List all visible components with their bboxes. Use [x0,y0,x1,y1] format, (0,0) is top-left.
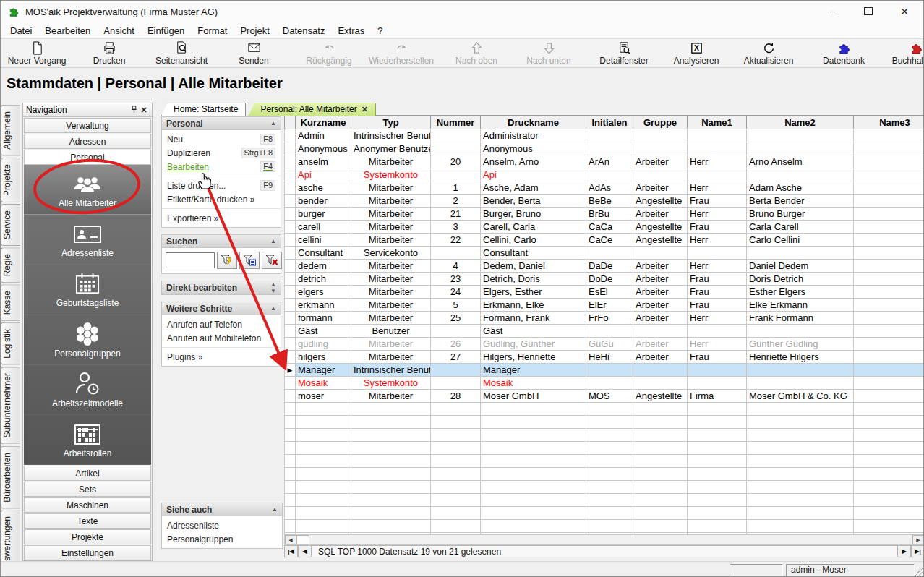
menu-item-format[interactable]: Format [191,24,234,38]
table-row[interactable]: güdlingMitarbeiter26Güdling, GüntherGüGü… [285,338,924,351]
scrollbar-thumb[interactable] [296,535,309,544]
column-header-nummer[interactable]: Nummer [431,116,481,129]
record-prev-button[interactable]: ◀ [298,545,312,557]
nav-button-texte[interactable]: Texte [24,513,151,529]
table-row[interactable]: burgerMitarbeiter21Burger, BrunoBrBuArbe… [285,208,924,221]
link-adressenliste[interactable]: Adressenliste [162,518,282,532]
table-row[interactable]: elgersMitarbeiter24Elgers, EstherEsElArb… [285,286,924,299]
close-panel-icon[interactable]: ✕ [139,106,149,115]
table-row[interactable]: dedemMitarbeiter4Dedem, DanielDaDeArbeit… [285,260,924,273]
table-row[interactable]: moserMitarbeiter28Moser GmbHMOSAngestell… [285,390,924,403]
filter-flash-icon[interactable] [217,252,237,269]
nav-button-artikel[interactable]: Artikel [24,466,151,481]
tab-personal-alle-mitarbeiter[interactable]: Personal: Alle Mitarbeiter ✕ [248,103,376,116]
column-header-name2[interactable]: Name2 [747,116,854,129]
table-row[interactable]: anselmMitarbeiter20Anselm, ArnoArAnArbei… [285,155,924,168]
table-row[interactable]: ConsultantServicekontoConsultant [285,247,924,260]
record-last-button[interactable]: ▶| [911,545,924,557]
column-header-initialen[interactable]: Initialen [586,116,633,129]
nav-item-arbeitsrollen[interactable]: Arbeitsrollen [24,415,151,465]
table-row[interactable]: celliniMitarbeiter22Cellini, CarloCaCeAn… [285,234,924,247]
search-input[interactable] [166,252,215,268]
menu-item-ansicht[interactable]: Ansicht [97,24,141,38]
table-row[interactable]: detrichMitarbeiter23Detrich, DorisDoDeAr… [285,273,924,286]
section-direkt-header[interactable]: Direkt bearbeiten ▲▼ [162,281,281,294]
toolbar-buchhaltung[interactable]: Buchhaltung [880,39,924,67]
nav-button-maschinen[interactable]: Maschinen [24,497,151,513]
module-tab-service[interactable]: Service [1,204,20,246]
toolbar-neuer-vorgang[interactable]: Neuer Vorgang [1,39,73,67]
column-header-druckname[interactable]: Druckname [481,116,586,129]
filter-list-icon[interactable] [239,252,260,269]
action-plugins[interactable]: Plugins » [162,350,281,364]
nav-button-personal[interactable]: Personal [24,150,151,165]
menu-item-projekt[interactable]: Projekt [234,24,275,38]
action-etikett-karte-drucken[interactable]: Etikett/Karte drucken » [162,192,281,206]
action-exportieren[interactable]: Exportieren » [162,211,281,225]
table-row[interactable]: carellMitarbeiter3Carell, CarlaCaCaAnges… [285,221,924,234]
section-suchen-header[interactable]: Suchen▲ [162,235,281,248]
section-weitere-header[interactable]: Weitere Schritte▲ [162,302,281,315]
toolbar-detailfenster[interactable]: Detailfenster [588,39,660,67]
table-row[interactable]: GastBenutzerGast [285,325,924,338]
scroll-right-icon[interactable]: ▶ [912,535,924,544]
section-siehe-header[interactable]: Siehe auch▲ [162,503,282,516]
table-row[interactable]: ApiSystemkontoApi [285,168,924,181]
link-personalgruppen[interactable]: Personalgruppen [162,532,282,546]
filter-clear-icon[interactable] [262,252,282,269]
toolbar-analysieren[interactable]: XAnalysieren [660,39,732,67]
column-header-gruppe[interactable]: Gruppe [633,116,688,129]
nav-item-personalgruppen[interactable]: Personalgruppen [24,315,151,365]
module-tab-subunternehmer[interactable]: Subunternehmer [1,367,20,444]
record-next-button[interactable]: ▶ [897,545,911,557]
module-tab-logistik[interactable]: Logistik [1,322,20,365]
nav-item-adressenliste[interactable]: Adressenliste [24,215,151,265]
horizontal-scrollbar[interactable]: ◀ ▶ [284,534,924,545]
table-row[interactable]: formannMitarbeiter25Formann, FrankFrFoAr… [285,312,924,325]
resize-grip[interactable] [912,568,923,577]
menu-item-hilfe[interactable]: ? [371,24,389,38]
nav-item-arbeitszeitmodelle[interactable]: Arbeitszeitmodelle [24,365,151,415]
table-row[interactable]: ▶ManagerIntrinsischer BenutzerManager [285,364,924,377]
record-first-button[interactable]: |◀ [284,545,298,557]
toolbar-drucken[interactable]: Drucken [73,39,145,67]
tab-home-startseite[interactable]: Home: Startseite [161,103,246,116]
module-tab-regie[interactable]: Regie [1,247,20,283]
table-row[interactable]: hilgersMitarbeiter27Hilgers, HenrietteHe… [285,351,924,364]
toolbar-senden[interactable]: Senden [218,39,290,67]
nav-item-alle-mitarbeiter[interactable]: Alle Mitarbeiter [24,165,151,215]
table-row[interactable]: MosaikSystemkontoMosaik [285,377,924,390]
menu-item-datensatz[interactable]: Datensatz [276,24,332,38]
action-duplizieren[interactable]: DuplizierenStrg+F8 [162,146,281,160]
tab-close-icon[interactable]: ✕ [362,103,368,116]
action-bearbeiten[interactable]: BearbeitenF4 [162,160,281,174]
close-button[interactable]: ✕ [899,6,910,17]
module-tab-büroarbeiten[interactable]: Büroarbeiten [1,446,20,509]
pin-icon[interactable] [129,106,139,115]
action-anrufen-mobiltelefon[interactable]: Anrufen auf Mobiltelefon [162,331,281,345]
module-tab-projekte[interactable]: Projekte [1,158,20,202]
nav-button-adressen[interactable]: Adressen [24,134,151,149]
toolbar-aktualisieren[interactable]: Aktualisieren [732,39,805,67]
column-header-name3[interactable]: Name3 [854,116,924,129]
nav-button-verwaltung[interactable]: Verwaltung [24,118,151,133]
toolbar-datenbank[interactable]: Datenbank [808,39,880,67]
section-personal-header[interactable]: Personal▲ [162,117,281,130]
toolbar-seitenansicht[interactable]: Seitenansicht [145,39,218,67]
module-tab-allgemein[interactable]: Allgemein [1,105,20,156]
module-tab-kasse[interactable]: Kasse [1,284,20,321]
table-row[interactable]: benderMitarbeiter2Bender, BertaBeBeAnges… [285,195,924,208]
table-row[interactable]: erkmannMitarbeiter5Erkmann, ElkeElErArbe… [285,299,924,312]
column-header-name1[interactable]: Name1 [688,116,747,129]
table-row[interactable]: AnonymousAnonymer BenutzerAnonymous [285,142,924,155]
action-liste-drucken[interactable]: Liste drucken...F9 [162,179,281,192]
nav-button-projekte[interactable]: Projekte [24,529,151,544]
menu-item-einfügen[interactable]: Einfügen [141,24,191,38]
action-neu[interactable]: NeuF8 [162,132,281,146]
menu-item-extras[interactable]: Extras [331,24,371,38]
menu-item-bearbeiten[interactable]: Bearbeiten [38,24,97,38]
nav-item-geburtstagsliste[interactable]: Geburtstagsliste [24,265,151,315]
table-row[interactable]: AdminIntrinsischer BenutzerAdministrator [285,129,924,142]
action-anrufen-telefon[interactable]: Anrufen auf Telefon [162,317,281,331]
nav-button-sets[interactable]: Sets [24,482,151,497]
